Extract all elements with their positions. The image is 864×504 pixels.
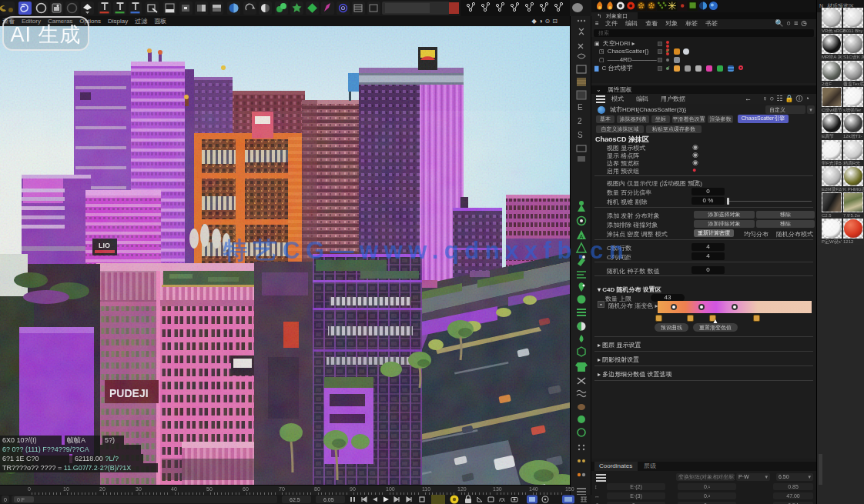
svg-text:2: 2 bbox=[578, 117, 582, 125]
svg-text:6.05: 6.05 bbox=[323, 497, 334, 502]
svg-text:0: 0 bbox=[4, 497, 7, 502]
svg-text:62.5: 62.5 bbox=[290, 497, 300, 502]
svg-text:0 F: 0 F bbox=[17, 497, 25, 502]
svg-text:/0\: /0\ bbox=[499, 497, 505, 502]
svg-text:E: E bbox=[578, 103, 583, 112]
svg-text:S: S bbox=[578, 131, 583, 139]
